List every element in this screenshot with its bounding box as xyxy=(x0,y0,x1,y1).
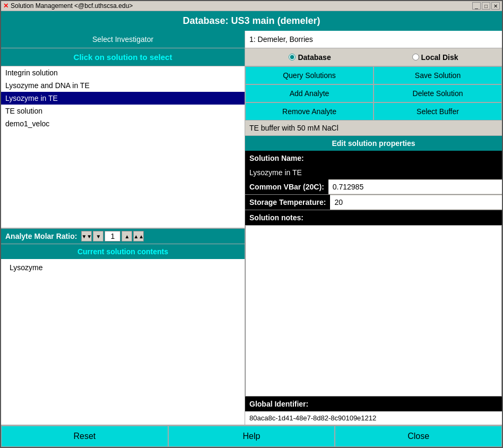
radio-local-input[interactable] xyxy=(412,54,419,61)
solution-item[interactable]: Lysozyme and DNA in TE xyxy=(1,79,245,92)
select-solution-label: Click on solution to select xyxy=(1,48,245,66)
storage-temp-input[interactable] xyxy=(330,195,502,209)
common-vbar-row: Common VBar (20C): xyxy=(245,179,502,195)
radio-database[interactable]: Database xyxy=(289,53,331,62)
help-button[interactable]: Help xyxy=(168,426,335,447)
analyte-ratio-bar: Analyte Molar Ratio: ▼▼ ▼ ▲ ▲▲ xyxy=(1,228,245,244)
solution-select-row: Click on solution to select Database Loc… xyxy=(1,48,502,66)
remove-analyte-button[interactable]: Remove Analyte xyxy=(245,102,374,120)
spin-up-double-button[interactable]: ▲▲ xyxy=(133,231,144,242)
solution-item[interactable]: Integrin solution xyxy=(1,66,245,79)
reset-button[interactable]: Reset xyxy=(1,426,168,447)
common-vbar-input[interactable] xyxy=(328,180,502,194)
titlebar: ✕ Solution Management <@bcf.uthscsa.edu>… xyxy=(1,1,502,11)
btn-row-1: Query Solutions Save Solution xyxy=(245,66,502,84)
main-area: Integrin solutionLysozyme and DNA in TEL… xyxy=(1,66,502,425)
query-solutions-button[interactable]: Query Solutions xyxy=(245,66,374,84)
radio-group: Database Local Disk xyxy=(245,48,502,66)
btn-row-3: Remove Analyte Select Buffer xyxy=(245,102,502,120)
spin-controls: ▼▼ ▼ ▲ ▲▲ xyxy=(81,231,144,242)
global-id-label: Global Identifier: xyxy=(245,397,502,411)
solution-item[interactable]: demo1_veloc xyxy=(1,117,245,130)
radio-database-input[interactable] xyxy=(289,54,296,61)
spin-up-button[interactable]: ▲ xyxy=(122,231,132,242)
window-title: Solution Management <@bcf.uthscsa.edu> xyxy=(11,2,133,10)
content-item: Lysozyme xyxy=(5,261,240,274)
maximize-button[interactable]: □ xyxy=(482,2,490,10)
solution-notes-textarea[interactable] xyxy=(245,225,502,397)
minimize-button[interactable]: _ xyxy=(472,2,481,10)
solution-item[interactable]: TE solution xyxy=(1,105,245,117)
delete-solution-button[interactable]: Delete Solution xyxy=(374,84,502,102)
btn-row-2: Add Analyte Delete Solution xyxy=(245,84,502,102)
edit-props-header: Edit solution properties xyxy=(245,136,502,151)
db-header: Database: US3 main (demeler) xyxy=(1,11,502,31)
analyte-molar-ratio-label: Analyte Molar Ratio: xyxy=(5,232,77,240)
solution-list[interactable]: Integrin solutionLysozyme and DNA in TEL… xyxy=(1,66,245,228)
investigator-row: Select Investigator 1: Demeler, Borries xyxy=(1,31,502,48)
solution-name-label: Solution Name: xyxy=(245,151,502,166)
storage-temp-label: Storage Temperature: xyxy=(245,195,330,210)
contents-list: Lysozyme xyxy=(1,259,245,425)
solution-item[interactable]: Lysozyme in TE xyxy=(1,92,245,105)
main-window: ✕ Solution Management <@bcf.uthscsa.edu>… xyxy=(0,0,503,448)
left-panel: Integrin solutionLysozyme and DNA in TEL… xyxy=(1,66,245,425)
storage-temp-row: Storage Temperature: xyxy=(245,195,502,210)
solution-notes-label: Solution notes: xyxy=(245,210,502,225)
analyte-molar-ratio-input[interactable] xyxy=(105,231,120,242)
right-panel: Query Solutions Save Solution Add Analyt… xyxy=(245,66,502,425)
close-x-icon[interactable]: ✕ xyxy=(3,2,8,10)
radio-local[interactable]: Local Disk xyxy=(412,53,458,62)
add-analyte-button[interactable]: Add Analyte xyxy=(245,84,374,102)
radio-local-label: Local Disk xyxy=(421,53,458,62)
solution-name-value: Lysozyme in TE xyxy=(245,166,502,179)
spin-down-double-button[interactable]: ▼▼ xyxy=(81,231,92,242)
titlebar-left: ✕ Solution Management <@bcf.uthscsa.edu> xyxy=(3,2,133,10)
investigator-label: Select Investigator xyxy=(1,31,245,48)
common-vbar-label: Common VBar (20C): xyxy=(245,179,328,194)
spin-down-button[interactable]: ▼ xyxy=(93,231,103,242)
close-button[interactable]: ✕ xyxy=(491,2,500,10)
radio-database-label: Database xyxy=(298,53,331,62)
footer: Reset Help Close xyxy=(1,425,502,447)
save-solution-button[interactable]: Save Solution xyxy=(374,66,502,84)
current-contents-label: Current solution contents xyxy=(1,244,245,259)
investigator-value: 1: Demeler, Borries xyxy=(245,31,502,48)
content-area: Select Investigator 1: Demeler, Borries … xyxy=(1,31,502,425)
select-buffer-button[interactable]: Select Buffer xyxy=(374,102,502,120)
close-button-footer[interactable]: Close xyxy=(335,426,502,447)
titlebar-controls: _ □ ✕ xyxy=(472,2,500,10)
global-id-value: 80aca8c-1d41-48e7-8d82-8c90109e1212 xyxy=(245,411,502,425)
buffer-display: TE buffer with 50 mM NaCl xyxy=(245,120,502,136)
